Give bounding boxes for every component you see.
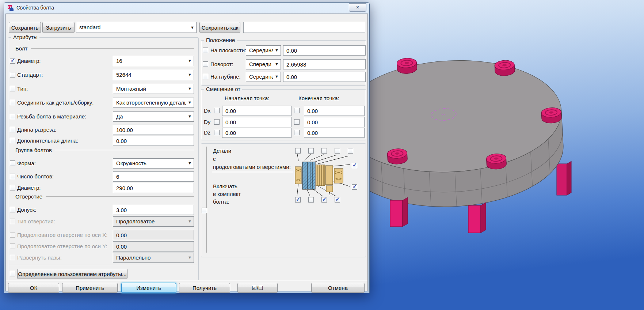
row-type: Тип: Монтажный▼ bbox=[9, 84, 199, 94]
extra-length-checkbox[interactable] bbox=[10, 138, 15, 143]
cut-length-input[interactable] bbox=[113, 125, 194, 135]
cut-length-checkbox[interactable] bbox=[10, 127, 15, 132]
extra-length-input[interactable] bbox=[113, 136, 194, 146]
row-connect-as: Соединить как деталь/сборку: Как второст… bbox=[9, 98, 199, 108]
rotate-slots-combo[interactable]: Параллельно▼ bbox=[113, 253, 194, 263]
start-point-header: Начальная точка: bbox=[225, 95, 269, 101]
ok-button[interactable]: ОК bbox=[8, 283, 59, 293]
title-bar[interactable]: Свойства болта ✕ bbox=[4, 3, 369, 14]
rotation-input[interactable] bbox=[283, 59, 366, 69]
include-bolt-checkbox-3[interactable] bbox=[321, 197, 327, 203]
get-button[interactable]: Получить bbox=[179, 283, 230, 293]
include-bolt-checkbox-2[interactable] bbox=[308, 197, 314, 203]
save-as-input[interactable] bbox=[243, 22, 365, 33]
connect-as-checkbox[interactable] bbox=[10, 100, 15, 105]
slotted-part-checkbox-4[interactable] bbox=[335, 148, 340, 154]
modify-button[interactable]: Изменить bbox=[121, 283, 176, 293]
save-as-button[interactable]: Сохранить как bbox=[199, 22, 240, 33]
bolt-count-checkbox[interactable] bbox=[10, 174, 15, 179]
standard-checkbox[interactable] bbox=[10, 72, 15, 78]
rotate-slots-checkbox[interactable] bbox=[10, 255, 15, 260]
include-washer-checkbox-2[interactable] bbox=[352, 184, 357, 190]
on-plane-checkbox[interactable] bbox=[203, 48, 208, 53]
rotation-checkbox[interactable] bbox=[203, 61, 208, 67]
on-plane-input[interactable] bbox=[283, 45, 366, 56]
tekla-app-icon bbox=[8, 5, 14, 11]
at-depth-input[interactable] bbox=[283, 72, 366, 82]
chevron-down-icon: ▼ bbox=[188, 219, 192, 223]
cancel-button[interactable]: Отмена bbox=[311, 283, 365, 293]
hole-type-combo[interactable]: Продолговатое▼ bbox=[113, 216, 194, 227]
type-combo[interactable]: Монтажный▼ bbox=[113, 84, 194, 94]
preset-combo[interactable]: standard ▼ bbox=[76, 22, 197, 33]
load-button[interactable]: Загрузить bbox=[42, 22, 75, 33]
row-cut-length: Длина разреза: bbox=[9, 125, 199, 135]
thread-combo[interactable]: Да▼ bbox=[113, 111, 194, 122]
rotation-combo[interactable]: Спереди▼ bbox=[246, 59, 281, 69]
slot-y-checkbox[interactable] bbox=[10, 243, 15, 249]
at-depth-combo[interactable]: Середина▼ bbox=[246, 72, 281, 82]
dx-end-input[interactable] bbox=[304, 106, 365, 116]
window-title: Свойства болта bbox=[16, 5, 54, 11]
shape-checkbox[interactable] bbox=[10, 160, 15, 166]
user-attributes-checkbox[interactable] bbox=[10, 271, 15, 276]
slotted-part-checkbox-2[interactable] bbox=[308, 148, 314, 154]
dz-start-input[interactable] bbox=[222, 128, 291, 138]
dy-end-checkbox[interactable] bbox=[294, 119, 300, 125]
diameter-combo[interactable]: 16▼ bbox=[113, 56, 194, 66]
slot-x-checkbox[interactable] bbox=[10, 232, 15, 238]
save-button[interactable]: Сохранить bbox=[9, 22, 41, 33]
front-bolt-leg-left bbox=[390, 197, 408, 227]
dz-start-checkbox[interactable] bbox=[214, 130, 220, 135]
standard-combo[interactable]: 52644▼ bbox=[113, 70, 194, 80]
include-washer-checkbox-1[interactable] bbox=[352, 163, 357, 168]
dz-end-checkbox[interactable] bbox=[294, 130, 300, 135]
tolerance-input[interactable] bbox=[113, 205, 194, 215]
dy-start-checkbox[interactable] bbox=[214, 119, 220, 125]
chevron-down-icon: ▼ bbox=[188, 100, 192, 105]
close-button[interactable]: ✕ bbox=[349, 3, 366, 12]
slotted-part-checkbox-1[interactable] bbox=[295, 148, 301, 154]
chevron-down-icon: ▼ bbox=[188, 114, 192, 118]
end-point-header: Конечная точка: bbox=[298, 95, 339, 101]
row-rotate-slots: Развернуть пазы: Параллельно▼ bbox=[9, 253, 199, 263]
attributes-legend: Атрибуты bbox=[11, 34, 39, 40]
parts-left-checkbox[interactable] bbox=[202, 208, 207, 213]
hole-type-checkbox[interactable] bbox=[10, 219, 15, 224]
on-plane-combo[interactable]: Середина▼ bbox=[246, 45, 281, 56]
bolt-group-section-separator: Группа болтов bbox=[15, 147, 194, 153]
group-diameter-input[interactable] bbox=[113, 183, 194, 193]
chevron-down-icon: ▼ bbox=[275, 62, 279, 66]
dz-end-input[interactable] bbox=[304, 128, 365, 138]
dx-start-checkbox[interactable] bbox=[214, 108, 220, 113]
row-slot-x: Продолговатое отверстие по оси X: bbox=[9, 230, 199, 240]
shape-combo[interactable]: Окружность▼ bbox=[113, 158, 194, 169]
slot-x-input[interactable] bbox=[113, 230, 194, 240]
slotted-part-checkbox-5[interactable] bbox=[348, 148, 353, 154]
at-depth-checkbox[interactable] bbox=[203, 74, 208, 79]
footer-divider bbox=[6, 280, 367, 281]
dy-start-input[interactable] bbox=[222, 117, 291, 127]
apply-button[interactable]: Применить bbox=[62, 283, 118, 293]
row-extra-length: Дополнительная длина: bbox=[9, 136, 199, 146]
toggle-checkboxes-button[interactable]: ☑/☐ bbox=[237, 283, 278, 293]
tolerance-checkbox[interactable] bbox=[10, 207, 15, 212]
row-dz: Dz bbox=[201, 128, 366, 138]
include-bolt-checkbox-4[interactable] bbox=[335, 197, 340, 203]
include-bolt-checkbox-1[interactable] bbox=[295, 197, 301, 203]
group-diameter-checkbox[interactable] bbox=[10, 185, 15, 190]
thread-checkbox[interactable] bbox=[10, 114, 15, 119]
diameter-checkbox[interactable] bbox=[10, 58, 15, 64]
dy-end-input[interactable] bbox=[304, 117, 365, 127]
dx-end-checkbox[interactable] bbox=[294, 108, 300, 113]
type-checkbox[interactable] bbox=[10, 86, 15, 91]
slotted-part-checkbox-3[interactable] bbox=[321, 148, 327, 154]
toggle-checkboxes-icon: ☑/☐ bbox=[252, 285, 263, 291]
connect-as-combo[interactable]: Как второстепенную деталь▼ bbox=[113, 98, 194, 108]
dx-start-input[interactable] bbox=[222, 106, 291, 116]
bolt-count-input[interactable] bbox=[113, 171, 194, 182]
hole-section-separator: Отверстие bbox=[15, 193, 194, 199]
slot-y-input[interactable] bbox=[113, 241, 194, 252]
user-attributes-button[interactable]: Определенные пользователем атрибуты... bbox=[17, 269, 127, 279]
chevron-down-icon: ▼ bbox=[188, 58, 192, 63]
